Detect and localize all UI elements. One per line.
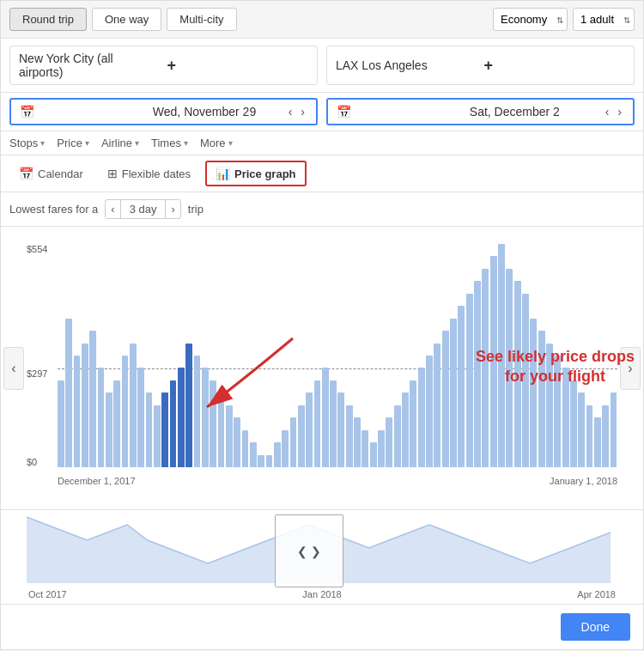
bar[interactable] <box>322 368 329 467</box>
bar[interactable] <box>490 256 497 467</box>
bar[interactable] <box>89 331 96 467</box>
bar[interactable] <box>506 269 513 467</box>
bar[interactable] <box>234 417 240 467</box>
bar[interactable] <box>122 356 129 467</box>
selector-box[interactable]: ❮ ❯ <box>275 514 343 587</box>
calendar-view-button[interactable]: 📅 Calendar <box>9 161 93 186</box>
bar[interactable] <box>98 368 105 467</box>
bar[interactable] <box>586 405 593 467</box>
selector-arrows-icon[interactable]: ❮ ❯ <box>297 545 321 558</box>
return-date-input[interactable]: 📅 Sat, December 2 ‹ › <box>326 98 635 125</box>
price-graph-button[interactable]: 📊 Price graph <box>205 161 307 186</box>
bar[interactable] <box>65 319 72 467</box>
bar[interactable] <box>354 417 361 467</box>
passengers-select[interactable]: 1 adult <box>573 8 635 31</box>
bar[interactable] <box>161 392 168 467</box>
bar[interactable] <box>378 430 385 467</box>
bar[interactable] <box>570 380 577 467</box>
bar[interactable] <box>218 392 225 467</box>
bar[interactable] <box>202 368 209 467</box>
bar[interactable] <box>410 380 416 467</box>
bar[interactable] <box>226 405 233 467</box>
chart-prev-button[interactable]: ‹ <box>3 347 24 390</box>
passengers-wrapper[interactable]: 1 adult <box>573 8 635 31</box>
bar[interactable] <box>594 417 601 467</box>
bar[interactable] <box>361 430 368 467</box>
bar[interactable] <box>154 405 161 467</box>
day-selector[interactable]: ‹ 3 day › <box>105 199 181 219</box>
bar[interactable] <box>546 344 553 467</box>
bar[interactable] <box>178 368 185 467</box>
bar[interactable] <box>130 344 137 467</box>
bar[interactable] <box>258 455 264 467</box>
bar[interactable] <box>434 344 440 467</box>
bar[interactable] <box>370 442 377 467</box>
more-filter[interactable]: More <box>200 137 233 149</box>
bar[interactable] <box>58 380 64 467</box>
bar[interactable] <box>242 430 249 467</box>
bar[interactable] <box>530 319 537 467</box>
bar[interactable] <box>298 405 305 467</box>
bar[interactable] <box>498 244 505 467</box>
bar[interactable] <box>337 392 344 467</box>
origin-input[interactable]: New York City (all airports) + <box>9 46 318 85</box>
bar[interactable] <box>514 281 521 467</box>
stops-filter[interactable]: Stops <box>9 137 45 149</box>
bar[interactable] <box>426 356 433 467</box>
bar[interactable] <box>578 392 585 467</box>
depart-date-input[interactable]: 📅 Wed, November 29 ‹ › <box>9 98 318 125</box>
bar[interactable] <box>562 368 569 467</box>
cabin-class-wrapper[interactable]: Economy <box>493 8 568 31</box>
bar[interactable] <box>554 356 561 467</box>
bar[interactable] <box>282 430 289 467</box>
price-filter[interactable]: Price <box>57 137 89 149</box>
bar[interactable] <box>290 417 297 467</box>
bar[interactable] <box>146 392 153 467</box>
day-next-button[interactable]: › <box>166 200 179 218</box>
chart-next-button[interactable]: › <box>620 347 641 390</box>
bar[interactable] <box>402 392 409 467</box>
times-filter[interactable]: Times <box>151 137 188 149</box>
bar[interactable] <box>346 405 353 467</box>
return-date-next[interactable]: › <box>615 105 624 119</box>
destination-input[interactable]: LAX Los Angeles + <box>326 46 635 85</box>
bar[interactable] <box>458 306 465 467</box>
bar[interactable] <box>266 455 273 467</box>
return-date-prev[interactable]: ‹ <box>603 105 612 119</box>
bar[interactable] <box>394 405 401 467</box>
bar[interactable] <box>450 319 457 467</box>
bar[interactable] <box>611 392 617 467</box>
bar[interactable] <box>330 380 337 467</box>
origin-plus[interactable]: + <box>167 57 309 75</box>
done-button[interactable]: Done <box>561 613 630 641</box>
bar[interactable] <box>538 331 545 467</box>
bar[interactable] <box>418 368 425 467</box>
bar[interactable] <box>170 380 177 467</box>
bar[interactable] <box>306 392 313 467</box>
bar[interactable] <box>386 417 392 467</box>
bar[interactable] <box>522 294 529 467</box>
depart-date-prev[interactable]: ‹ <box>286 105 295 119</box>
bar[interactable] <box>185 344 192 467</box>
bar[interactable] <box>250 442 257 467</box>
round-trip-button[interactable]: Round trip <box>9 8 87 31</box>
one-way-button[interactable]: One way <box>92 8 161 31</box>
depart-date-next[interactable]: › <box>298 105 307 119</box>
bar[interactable] <box>210 380 216 467</box>
bar[interactable] <box>314 380 321 467</box>
bar[interactable] <box>82 344 88 467</box>
destination-plus[interactable]: + <box>484 57 626 75</box>
bar[interactable] <box>442 331 449 467</box>
bar[interactable] <box>106 392 112 467</box>
bar[interactable] <box>194 356 201 467</box>
bar[interactable] <box>274 442 281 467</box>
bar[interactable] <box>602 405 609 467</box>
day-prev-button[interactable]: ‹ <box>106 200 119 218</box>
bar[interactable] <box>474 281 481 467</box>
bar[interactable] <box>466 294 473 467</box>
airline-filter[interactable]: Airline <box>101 137 139 149</box>
flexible-dates-button[interactable]: ⊞ Flexible dates <box>98 161 200 186</box>
bar[interactable] <box>74 356 81 467</box>
bar[interactable] <box>137 368 144 467</box>
bar[interactable] <box>113 380 120 467</box>
